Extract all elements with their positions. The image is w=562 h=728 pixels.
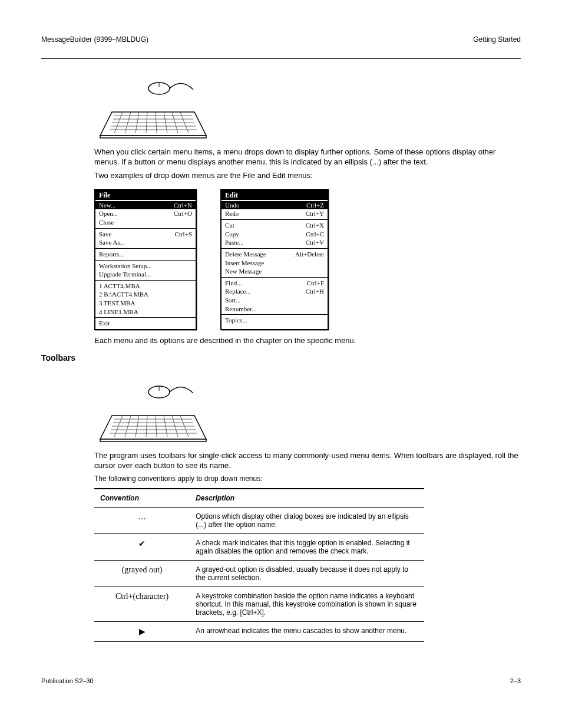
edit-menu-item-replace[interactable]: Replace...Ctrl+H <box>222 287 328 296</box>
conventions-intro: The following conventions apply to drop … <box>94 475 521 484</box>
intro-paragraph-1: When you click certain menu items, a men… <box>94 147 521 167</box>
edit-menu-item-sort[interactable]: Sort... <box>222 296 328 305</box>
keyboard-mouse-illustration-2 <box>94 374 212 445</box>
file-menu-item-save[interactable]: SaveCtrl+S <box>95 230 196 239</box>
file-menu-item-exit[interactable]: Exit <box>95 319 196 328</box>
edit-menu-item-cut[interactable]: CutCtrl+X <box>222 221 328 230</box>
conventions-col-description: Description <box>190 489 424 508</box>
file-menu-item-save-as[interactable]: Save As... <box>95 238 196 247</box>
svg-marker-3 <box>100 136 206 138</box>
convention-row-shortcut: Ctrl+(character) A keystroke combination… <box>94 587 424 622</box>
file-menu-item-new[interactable]: New...Ctrl+N <box>95 201 196 210</box>
file-menu-recent-1[interactable]: 1 ACTT4.MBA <box>95 282 196 291</box>
convention-row-ellipsis: … Options which display other dialog box… <box>94 508 424 534</box>
file-menu-title: File <box>99 192 113 199</box>
edit-menu-item-topics[interactable]: Topics... <box>222 316 328 325</box>
file-menu-item-reports[interactable]: Reports... <box>95 250 196 259</box>
file-menu-item-open[interactable]: Open...Ctrl+O <box>95 209 196 218</box>
edit-menu-item-renumber[interactable]: Renumber... <box>222 305 328 314</box>
convention-row-checkmark: ✔ A check mark indicates that this toggl… <box>94 534 424 561</box>
convention-row-cascade: ▶ An arrowhead indicates the menu cascad… <box>94 622 424 642</box>
convention-row-grayed: (grayed out) A grayed-out option is disa… <box>94 561 424 587</box>
publication-footer: Publication S2–30 <box>41 677 94 684</box>
edit-menu-item-paste[interactable]: Paste...Ctrl+V <box>222 238 328 247</box>
header-rule <box>41 58 521 59</box>
edit-menu-item-delete-message[interactable]: Delete MessageAlt+Delete <box>222 250 328 259</box>
file-menu: File New...Ctrl+N Open...Ctrl+O Close Sa… <box>94 189 197 330</box>
svg-marker-20 <box>100 439 206 442</box>
header-right: Getting Started <box>473 35 521 44</box>
header-left: MessageBuilder (9399–MBLDUG) <box>41 35 148 44</box>
conventions-table: Convention Description … Options which d… <box>94 488 424 642</box>
edit-menu: Edit UndoCtrl+Z RedoCtrl+Y CutCtrl+X Cop… <box>220 189 329 330</box>
edit-menu-item-new-message[interactable]: New Message <box>222 267 328 276</box>
edit-menu-item-insert-message[interactable]: Insert Message <box>222 259 328 268</box>
edit-menu-title: Edit <box>225 192 240 199</box>
page-number: 2–3 <box>510 677 521 684</box>
file-menu-recent-3[interactable]: 3 TEST.MBA <box>95 299 196 308</box>
conventions-col-convention: Convention <box>94 489 190 508</box>
intro-paragraph-2: Two examples of drop down menus are the … <box>94 171 521 181</box>
file-menu-recent-2[interactable]: 2 B:\ACTT4.MBA <box>95 290 196 299</box>
file-menu-item-close[interactable]: Close <box>95 218 196 227</box>
edit-menu-item-redo[interactable]: RedoCtrl+Y <box>222 209 328 218</box>
edit-menu-item-copy[interactable]: CopyCtrl+C <box>222 230 328 239</box>
keyboard-mouse-illustration <box>94 71 212 141</box>
toolbars-paragraph: The program uses toolbars for single-cli… <box>94 451 521 471</box>
file-menu-recent-4[interactable]: 4 LINE1.MBA <box>95 308 196 317</box>
edit-menu-item-undo[interactable]: UndoCtrl+Z <box>222 201 328 210</box>
file-menu-item-upgrade-terminal[interactable]: Upgrade Terminal... <box>95 270 196 279</box>
toolbars-heading: Toolbars <box>41 353 521 363</box>
edit-menu-item-find[interactable]: Find...Ctrl+F <box>222 279 328 288</box>
after-menus-paragraph: Each menu and its options are described … <box>94 336 521 346</box>
file-menu-item-workstation-setup[interactable]: Workstation Setup... <box>95 262 196 271</box>
